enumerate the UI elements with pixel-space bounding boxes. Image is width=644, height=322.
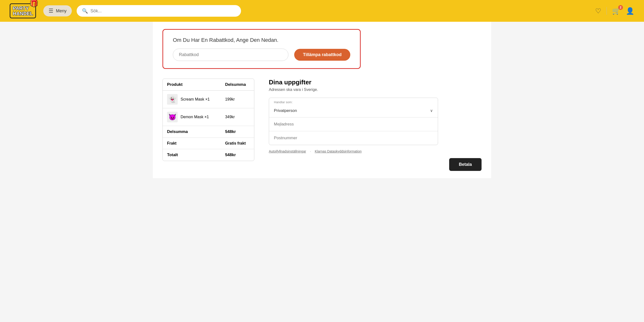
total-row: Totalt 548kr: [163, 149, 254, 161]
freight-row: Frakt Gratis frakt: [163, 138, 254, 149]
customer-type-label: Handlar som:: [269, 98, 438, 104]
logo-line2: HANDEL: [13, 11, 33, 16]
subtotal-value: 548kr: [221, 126, 254, 138]
customer-type-wrapper: Privatperson Företag ∨: [269, 104, 438, 117]
search-icon: 🔍: [82, 8, 88, 14]
divider: [606, 7, 607, 15]
apply-discount-button[interactable]: Tillämpa rabattkod: [294, 49, 350, 61]
postal-group: [269, 131, 438, 145]
logo-gift-icon: 🎁: [30, 0, 38, 7]
main-content: Om Du Har En Rabattkod, Ange Den Nedan. …: [153, 22, 491, 178]
total-label: Totalt: [163, 149, 221, 161]
customer-form: Handlar som: Privatperson Företag ∨: [269, 98, 438, 145]
details-subtitle: Adressen ska vara i Sverige.: [269, 88, 482, 92]
product-name-1: Scream Mask ×1: [180, 97, 210, 102]
footer-dot: ·: [310, 150, 311, 153]
customer-type-group: Handlar som: Privatperson Företag ∨: [269, 98, 438, 118]
wishlist-icon[interactable]: ♡: [595, 7, 601, 15]
email-group: [269, 118, 438, 131]
total-value: 548kr: [221, 149, 254, 161]
menu-button[interactable]: ☰ Meny: [43, 5, 72, 16]
product-cell-2: 😈 Demon Mask ×1: [167, 112, 216, 122]
subtotal-row: Delsumma 548kr: [163, 126, 254, 138]
cart-badge: 2: [618, 5, 623, 10]
site-header: 🎁 PARTY HANDEL ☰ Meny 🔍 ♡ 🛒 2 👤: [0, 0, 644, 22]
discount-input[interactable]: [173, 48, 288, 61]
freight-value: Gratis frakt: [221, 138, 254, 149]
form-footer: Autoifyllnadsinställningar · Klarnas Dat…: [269, 150, 482, 153]
col-product: Produkt: [163, 79, 221, 91]
checkout-button[interactable]: Betala: [449, 158, 482, 171]
discount-section: Om Du Har En Rabattkod, Ange Den Nedan. …: [162, 29, 361, 69]
user-icon[interactable]: 👤: [626, 7, 634, 15]
email-field[interactable]: [269, 118, 438, 131]
autofill-link[interactable]: Autoifyllnadsinställningar: [269, 150, 306, 153]
table-row: 😈 Demon Mask ×1 349kr: [163, 108, 254, 126]
customer-details: Dina uppgifter Adressen ska vara i Sveri…: [269, 78, 482, 171]
header-actions: ♡ 🛒 2 👤: [595, 7, 634, 15]
cart-wrapper[interactable]: 🛒 2: [612, 7, 620, 15]
product-thumb-1: 👻: [167, 94, 178, 105]
subtotal-label: Delsumma: [163, 126, 221, 138]
freight-label: Frakt: [163, 138, 221, 149]
product-name-2: Demon Mask ×1: [180, 115, 209, 119]
customer-type-select[interactable]: Privatperson Företag: [269, 104, 438, 117]
search-input[interactable]: [90, 8, 236, 14]
search-bar: 🔍: [77, 5, 241, 17]
discount-title: Om Du Har En Rabattkod, Ange Den Nedan.: [173, 37, 350, 43]
discount-row: Tillämpa rabattkod: [173, 48, 350, 61]
product-price-2: 349kr: [221, 108, 254, 126]
product-thumb-2: 😈: [167, 112, 178, 122]
col-subtotal: Delsumma: [221, 79, 254, 91]
order-table: Produkt Delsumma 👻 Scream Mask ×1 19: [162, 78, 254, 161]
details-title: Dina uppgifter: [269, 78, 482, 86]
hamburger-icon: ☰: [48, 8, 54, 14]
bottom-section: Produkt Delsumma 👻 Scream Mask ×1 19: [162, 78, 482, 171]
logo[interactable]: 🎁 PARTY HANDEL: [10, 4, 36, 18]
postal-field[interactable]: [269, 131, 438, 145]
privacy-link[interactable]: Klarnas Dataskyddsinformation: [315, 150, 362, 153]
product-cell-1: 👻 Scream Mask ×1: [167, 94, 216, 105]
menu-label: Meny: [56, 8, 66, 14]
table-row: 👻 Scream Mask ×1 199kr: [163, 91, 254, 108]
product-price-1: 199kr: [221, 91, 254, 108]
